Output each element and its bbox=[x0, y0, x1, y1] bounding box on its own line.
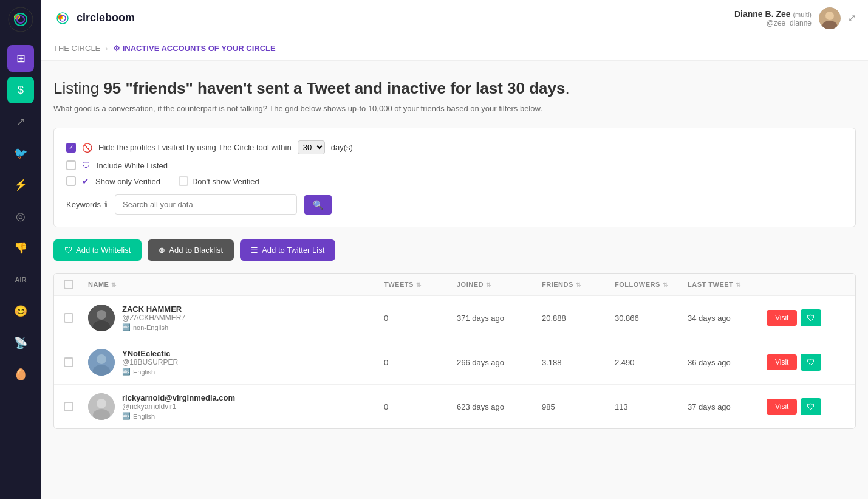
svg-point-16 bbox=[97, 354, 106, 364]
logo-text: circleboom bbox=[77, 12, 135, 24]
sidebar-item-connect[interactable]: ⚡ bbox=[7, 171, 34, 198]
row3-user-cell: rickyarnold@virginmedia.com @rickyarnold… bbox=[88, 393, 384, 420]
row1-checkbox[interactable] bbox=[64, 313, 73, 323]
sidebar-item-emoji[interactable]: 😊 bbox=[7, 298, 34, 325]
row1-tweets: 0 bbox=[384, 314, 457, 323]
row2-last-tweet: 36 days ago bbox=[688, 358, 767, 367]
row3-lang: 🔤 English bbox=[122, 412, 235, 420]
row3-shield-button[interactable]: 🛡 bbox=[801, 398, 821, 415]
row2-shield-button[interactable]: 🛡 bbox=[801, 354, 821, 371]
row2-check bbox=[64, 357, 88, 367]
expand-icon[interactable]: ⤢ bbox=[848, 12, 856, 24]
row3-visit-button[interactable]: Visit bbox=[767, 399, 797, 415]
sidebar-item-dollar[interactable]: $ bbox=[7, 77, 34, 103]
row3-checkbox[interactable] bbox=[64, 402, 73, 411]
row3-avatar bbox=[88, 393, 115, 420]
sidebar-item-egg[interactable]: 🥚 bbox=[7, 361, 34, 388]
page-title: Listing 95 "friends" haven't sent a Twee… bbox=[53, 79, 856, 98]
breadcrumb-icon: ⚙ bbox=[113, 44, 120, 53]
add-to-whitelist-button[interactable]: 🛡 Add to Whitelist bbox=[53, 239, 142, 261]
row2-avatar bbox=[88, 349, 115, 376]
row1-lang-icon: 🔤 bbox=[122, 323, 131, 331]
sidebar: ⊞ $ ↗ 🐦 ⚡ ◎ 👎 AIR 😊 📡 🥚 bbox=[0, 0, 41, 499]
row2-user-cell: YNotEclectic @18BUSURPER 🔤 English bbox=[88, 349, 384, 376]
sidebar-item-grid[interactable]: ⊞ bbox=[7, 45, 34, 72]
keywords-row: Keywords ℹ 🔍 bbox=[66, 194, 843, 215]
whitelist-filter-icon: 🛡 bbox=[82, 160, 91, 170]
row2-checkbox[interactable] bbox=[64, 357, 73, 367]
action-bar: 🛡 Add to Whitelist ⊗ Add to Blacklist ☰ … bbox=[53, 239, 856, 261]
row2-handle: @18BUSURPER bbox=[122, 358, 178, 367]
search-button[interactable]: 🔍 bbox=[304, 195, 332, 215]
breadcrumb-separator: › bbox=[105, 44, 108, 53]
logo-area bbox=[7, 6, 34, 33]
sidebar-item-thumbsdown[interactable]: 👎 bbox=[7, 235, 34, 261]
sort-joined-icon[interactable]: ⇅ bbox=[486, 281, 491, 288]
row3-followers: 113 bbox=[615, 402, 688, 411]
th-tweets: TWEETS ⇅ bbox=[384, 281, 457, 288]
row3-last-tweet: 37 days ago bbox=[688, 402, 767, 411]
row2-joined: 266 days ago bbox=[457, 358, 542, 367]
row1-lang: 🔤 non-English bbox=[122, 323, 185, 331]
row1-name: ZACK HAMMER bbox=[122, 305, 185, 314]
shield-filter-icon: 🚫 bbox=[82, 143, 92, 153]
dont-show-verified-checkbox[interactable] bbox=[179, 176, 188, 186]
avatar bbox=[819, 7, 841, 29]
sort-tweets-icon[interactable]: ⇅ bbox=[416, 281, 422, 288]
sidebar-item-share[interactable]: ↗ bbox=[7, 108, 34, 135]
show-verified-checkbox[interactable] bbox=[66, 176, 76, 186]
search-input[interactable] bbox=[115, 194, 297, 215]
row3-name: rickyarnold@virginmedia.com bbox=[122, 393, 235, 402]
data-table: NAME ⇅ TWEETS ⇅ JOINED ⇅ FRIENDS ⇅ FOLLO… bbox=[53, 273, 856, 429]
th-name: NAME ⇅ bbox=[88, 281, 384, 288]
row1-visit-button[interactable]: Visit bbox=[767, 310, 797, 326]
verified-filter-icon: ✔ bbox=[82, 176, 89, 186]
sort-last-tweet-icon[interactable]: ⇅ bbox=[736, 281, 741, 288]
row1-friends: 20.888 bbox=[542, 314, 615, 323]
table-row: YNotEclectic @18BUSURPER 🔤 English 0 266… bbox=[54, 340, 855, 385]
row3-joined: 623 days ago bbox=[457, 402, 542, 411]
sort-name-icon[interactable]: ⇅ bbox=[111, 281, 117, 288]
filter-verified: ✔ Show only Verified Don't show Verified bbox=[66, 176, 843, 186]
filter-include-whitelist: 🛡 Include White Listed bbox=[66, 160, 843, 170]
row1-user-cell: ZACK HAMMER @ZACKHAMMER7 🔤 non-English bbox=[88, 305, 384, 331]
user-handle: @zee_dianne bbox=[734, 19, 812, 27]
row2-visit-button[interactable]: Visit bbox=[767, 354, 797, 370]
svg-point-0 bbox=[9, 7, 33, 32]
row1-avatar bbox=[88, 305, 115, 331]
breadcrumb-parent[interactable]: THE CIRCLE bbox=[53, 44, 100, 53]
row1-joined: 371 days ago bbox=[457, 314, 542, 323]
breadcrumb-current: ⚙ INACTIVE ACCOUNTS OF YOUR CIRCLE bbox=[113, 44, 276, 53]
add-to-twitterlist-button[interactable]: ☰ Add to Twitter List bbox=[240, 239, 335, 261]
keywords-label: Keywords ℹ bbox=[66, 200, 108, 209]
twitterlist-btn-icon: ☰ bbox=[251, 246, 258, 255]
add-to-blacklist-button[interactable]: ⊗ Add to Blacklist bbox=[148, 239, 234, 261]
row2-actions: Visit 🛡 bbox=[767, 354, 846, 371]
th-check bbox=[64, 280, 88, 289]
sort-followers-icon[interactable]: ⇅ bbox=[663, 281, 668, 288]
row1-followers: 30.866 bbox=[615, 314, 688, 323]
header-right: Dianne B. Zee (multi) @zee_dianne ⤢ bbox=[734, 7, 856, 29]
days-select[interactable]: 30 7 14 60 90 bbox=[298, 140, 325, 154]
row1-handle: @ZACKHAMMER7 bbox=[122, 314, 185, 322]
sidebar-item-radar[interactable]: 📡 bbox=[7, 329, 34, 356]
row2-lang: 🔤 English bbox=[122, 368, 178, 376]
th-joined: JOINED ⇅ bbox=[457, 281, 542, 288]
sidebar-item-twitter[interactable]: 🐦 bbox=[7, 140, 34, 167]
sidebar-item-translate[interactable]: AIR bbox=[7, 266, 34, 293]
select-all-checkbox[interactable] bbox=[64, 280, 73, 289]
whitelist-btn-icon: 🛡 bbox=[64, 246, 72, 255]
th-friends: FRIENDS ⇅ bbox=[542, 281, 615, 288]
table-row: ZACK HAMMER @ZACKHAMMER7 🔤 non-English 0… bbox=[54, 296, 855, 340]
row3-actions: Visit 🛡 bbox=[767, 398, 846, 415]
svg-point-19 bbox=[97, 399, 106, 408]
hide-visited-checkbox[interactable]: ✓ bbox=[66, 143, 76, 153]
breadcrumb: THE CIRCLE › ⚙ INACTIVE ACCOUNTS OF YOUR… bbox=[41, 36, 868, 61]
sidebar-item-target[interactable]: ◎ bbox=[7, 203, 34, 230]
blacklist-btn-icon: ⊗ bbox=[159, 246, 165, 255]
row3-lang-icon: 🔤 bbox=[122, 412, 131, 420]
include-whitelist-checkbox[interactable] bbox=[66, 160, 76, 170]
sort-friends-icon[interactable]: ⇅ bbox=[576, 281, 581, 288]
row1-shield-button[interactable]: 🛡 bbox=[801, 309, 821, 326]
user-info: Dianne B. Zee (multi) @zee_dianne bbox=[734, 9, 812, 27]
